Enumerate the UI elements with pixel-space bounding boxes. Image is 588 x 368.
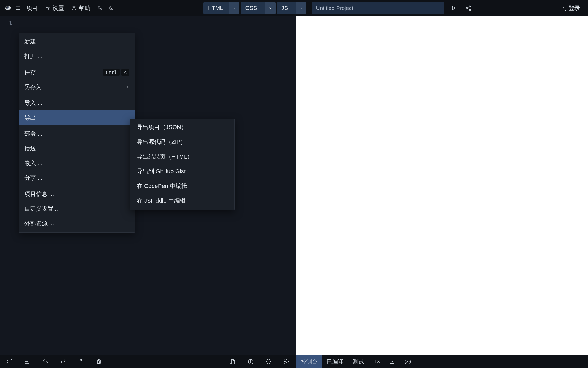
line-number: 1 xyxy=(0,20,12,26)
menu-item-deploy[interactable]: 部署 ... xyxy=(19,126,135,141)
clipboard-paste-icon xyxy=(96,359,102,365)
app-logo xyxy=(4,4,13,13)
menu-item-broadcast[interactable]: 播送 ... xyxy=(19,141,135,156)
svg-point-10 xyxy=(74,9,74,9)
menu-help[interactable]: 帮助 xyxy=(69,3,93,13)
fullscreen-button[interactable] xyxy=(6,358,14,366)
theme-toggle[interactable] xyxy=(107,3,116,13)
json-button[interactable] xyxy=(265,358,272,366)
bottombar-preview-tools: 1× xyxy=(369,358,417,366)
menu-item-label: 在 CodePen 中编辑 xyxy=(137,182,187,190)
menu-project[interactable]: 项目 xyxy=(24,3,40,13)
menu-item-label: 导出结果页（HTML） xyxy=(137,153,193,161)
moon-icon xyxy=(109,6,114,11)
menu-item-save-as[interactable]: 另存为 xyxy=(19,80,135,94)
output-tab-console[interactable]: 控制台 xyxy=(296,355,322,368)
output-tabs: 控制台 已编译 测试 xyxy=(296,355,369,368)
info-button[interactable] xyxy=(247,358,255,366)
svg-point-30 xyxy=(407,361,408,362)
settings-button[interactable] xyxy=(282,358,290,366)
menu-item-save[interactable]: 保存Ctrls xyxy=(19,65,135,80)
login-button[interactable]: 登录 xyxy=(560,3,582,14)
info-icon xyxy=(248,359,254,365)
menu-help-label: 帮助 xyxy=(79,4,90,12)
submenu-edit-jsfiddle[interactable]: 在 JSFiddle 中编辑 xyxy=(130,193,234,208)
svg-point-14 xyxy=(469,9,471,11)
menu-item-import[interactable]: 导入 ... xyxy=(19,96,135,110)
editor-tab-html[interactable]: HTML xyxy=(203,2,240,14)
paste-button[interactable] xyxy=(95,358,103,366)
main: 1 新建 ... 打开 ... 保存Ctrls 另存为 导入 ... 导出 部署… xyxy=(0,16,588,355)
new-window-button[interactable] xyxy=(388,358,396,366)
menu-item-label: 外部资源 ... xyxy=(24,219,54,227)
menu-item-label: 导入 ... xyxy=(24,99,42,107)
menu-item-external-resources[interactable]: 外部资源 ... xyxy=(19,216,135,231)
keyboard-shortcut: Ctrls xyxy=(103,69,129,76)
svg-marker-11 xyxy=(452,6,455,10)
svg-point-28 xyxy=(286,361,287,362)
broadcast-button[interactable] xyxy=(404,358,412,366)
menu-item-label: 导出项目（JSON） xyxy=(137,123,187,131)
run-button[interactable] xyxy=(450,4,458,12)
undo-button[interactable] xyxy=(41,358,49,366)
menu-item-share[interactable]: 分享 ... xyxy=(19,171,135,185)
menu-item-export[interactable]: 导出 xyxy=(19,110,135,125)
output-tab-tests[interactable]: 测试 xyxy=(348,355,369,368)
chevron-down-icon xyxy=(232,6,236,10)
menu-item-open[interactable]: 打开 ... xyxy=(19,49,135,64)
svg-line-16 xyxy=(468,8,470,10)
editor-tab-css[interactable]: CSS xyxy=(241,2,275,14)
submenu-export-project-json[interactable]: 导出项目（JSON） xyxy=(130,120,234,135)
share-icon xyxy=(465,5,471,11)
translate-icon xyxy=(97,6,102,11)
redo-button[interactable] xyxy=(59,358,67,366)
language-button[interactable] xyxy=(95,3,104,13)
sliders-icon xyxy=(45,6,50,11)
menu-separator xyxy=(19,126,135,126)
editor-tab-html-dropdown[interactable] xyxy=(229,2,239,14)
output-tab-compiled[interactable]: 已编译 xyxy=(322,355,348,368)
menu-item-label: 项目信息 ... xyxy=(24,190,54,198)
editor-tab-css-dropdown[interactable] xyxy=(265,2,276,14)
menu-item-label: 导出 xyxy=(24,114,36,122)
help-icon xyxy=(71,6,77,11)
hamburger-icon[interactable] xyxy=(15,3,22,13)
menu-separator xyxy=(19,186,135,186)
copy-button[interactable] xyxy=(77,358,85,366)
submenu-edit-codepen[interactable]: 在 CodePen 中编辑 xyxy=(130,179,234,193)
submenu-export-source-zip[interactable]: 导出源代码（ZIP） xyxy=(130,135,234,149)
menu-item-embed[interactable]: 嵌入 ... xyxy=(19,156,135,171)
login-icon xyxy=(561,5,567,11)
submenu-export-result-html[interactable]: 导出结果页（HTML） xyxy=(130,149,234,164)
format-button[interactable] xyxy=(24,358,32,366)
menu-item-label: 打开 ... xyxy=(24,52,42,60)
editor-tab-js[interactable]: JS xyxy=(277,2,307,14)
menu-separator xyxy=(19,95,135,95)
menu-item-label: 另存为 xyxy=(24,83,42,91)
export-file-button[interactable] xyxy=(229,358,237,366)
editor-tab-label: JS xyxy=(277,5,296,12)
project-title-input[interactable] xyxy=(312,2,444,14)
menu-item-label: 导出到 GitHub Gist xyxy=(137,167,186,175)
zoom-level[interactable]: 1× xyxy=(374,359,380,365)
svg-point-1 xyxy=(7,7,9,9)
align-left-icon xyxy=(24,359,31,365)
editor-tab-js-dropdown[interactable] xyxy=(296,2,306,14)
project-menu-dropdown: 新建 ... 打开 ... 保存Ctrls 另存为 导入 ... 导出 部署 .… xyxy=(19,33,135,233)
menu-item-project-info[interactable]: 项目信息 ... xyxy=(19,187,135,201)
external-window-icon xyxy=(389,359,395,365)
braces-icon xyxy=(265,359,272,365)
share-button[interactable] xyxy=(464,4,472,12)
menu-item-new[interactable]: 新建 ... xyxy=(19,34,135,49)
topbar: 项目 设置 帮助 HTML CSS JS 登录 xyxy=(0,0,588,16)
clipboard-icon xyxy=(78,359,84,365)
menu-item-label: 新建 ... xyxy=(24,38,42,45)
menu-item-label: 自定义设置 ... xyxy=(24,205,60,213)
broadcast-icon xyxy=(405,359,411,365)
menu-item-label: 分享 ... xyxy=(24,174,42,182)
bottombar: 控制台 已编译 测试 1× xyxy=(0,355,588,368)
editor-tab-label: HTML xyxy=(203,5,229,12)
menu-item-custom-settings[interactable]: 自定义设置 ... xyxy=(19,201,135,216)
menu-settings[interactable]: 设置 xyxy=(43,3,67,13)
submenu-export-gist[interactable]: 导出到 GitHub Gist xyxy=(130,164,234,179)
